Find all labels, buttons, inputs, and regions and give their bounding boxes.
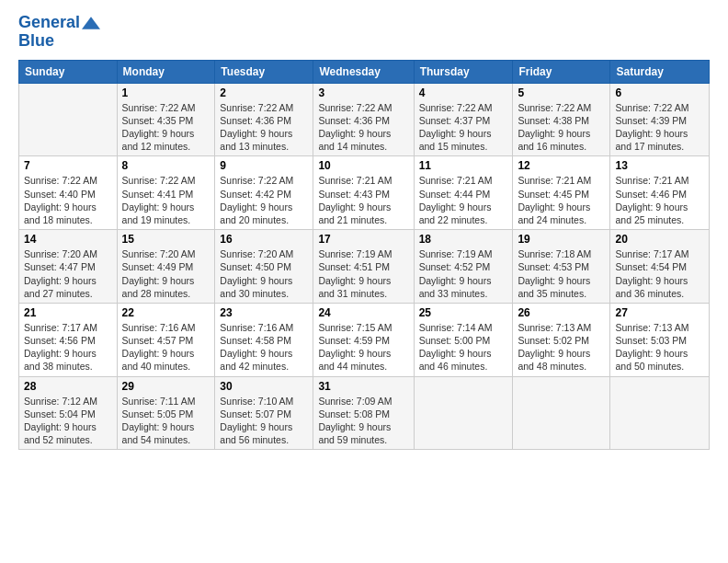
cell-info: Sunrise: 7:20 AMSunset: 4:49 PMDaylight:…: [122, 247, 210, 300]
date-number: 20: [615, 233, 704, 246]
header-day: Wednesday: [313, 60, 414, 83]
calendar-cell: 22Sunrise: 7:16 AMSunset: 4:57 PMDayligh…: [117, 303, 215, 376]
calendar-cell: 31Sunrise: 7:09 AMSunset: 5:08 PMDayligh…: [313, 376, 414, 450]
cell-info: Sunrise: 7:18 AMSunset: 4:53 PMDaylight:…: [518, 247, 605, 300]
calendar-cell: 24Sunrise: 7:15 AMSunset: 4:59 PMDayligh…: [313, 303, 414, 376]
cell-info: Sunrise: 7:12 AMSunset: 5:04 PMDaylight:…: [24, 395, 112, 447]
cell-info: Sunrise: 7:09 AMSunset: 5:08 PMDaylight:…: [318, 395, 408, 447]
calendar-cell: 29Sunrise: 7:11 AMSunset: 5:05 PMDayligh…: [117, 376, 215, 450]
calendar-cell: 14Sunrise: 7:20 AMSunset: 4:47 PMDayligh…: [19, 230, 118, 304]
cell-info: Sunrise: 7:22 AMSunset: 4:40 PMDaylight:…: [24, 174, 112, 226]
date-number: 25: [419, 306, 508, 319]
date-number: 9: [220, 159, 308, 172]
calendar-cell: [19, 83, 118, 156]
date-number: 31: [318, 380, 408, 393]
calendar-week-row: 7Sunrise: 7:22 AMSunset: 4:40 PMDaylight…: [19, 156, 710, 230]
date-number: 14: [24, 233, 112, 246]
calendar-cell: 17Sunrise: 7:19 AMSunset: 4:51 PMDayligh…: [313, 230, 414, 304]
date-number: 26: [518, 306, 605, 319]
date-number: 13: [615, 159, 704, 172]
svg-marker-0: [82, 17, 100, 29]
date-number: 21: [24, 306, 112, 319]
date-number: 19: [518, 233, 605, 246]
calendar-cell: [610, 376, 710, 450]
cell-info: Sunrise: 7:22 AMSunset: 4:39 PMDaylight:…: [615, 101, 704, 154]
cell-info: Sunrise: 7:21 AMSunset: 4:43 PMDaylight:…: [318, 174, 408, 226]
logo-icon: [82, 14, 100, 32]
calendar-cell: 20Sunrise: 7:17 AMSunset: 4:54 PMDayligh…: [610, 230, 710, 304]
calendar-week-row: 28Sunrise: 7:12 AMSunset: 5:04 PMDayligh…: [19, 376, 710, 450]
date-number: 3: [318, 86, 408, 99]
header-day: Sunday: [19, 60, 118, 83]
calendar-header-row: SundayMondayTuesdayWednesdayThursdayFrid…: [19, 60, 710, 83]
cell-info: Sunrise: 7:17 AMSunset: 4:56 PMDaylight:…: [24, 321, 112, 373]
calendar-cell: 15Sunrise: 7:20 AMSunset: 4:49 PMDayligh…: [117, 230, 215, 304]
date-number: 27: [615, 306, 704, 319]
cell-info: Sunrise: 7:17 AMSunset: 4:54 PMDaylight:…: [615, 247, 704, 300]
calendar-cell: 1Sunrise: 7:22 AMSunset: 4:35 PMDaylight…: [117, 83, 215, 156]
date-number: 23: [220, 306, 308, 319]
date-number: 11: [419, 159, 508, 172]
cell-info: Sunrise: 7:16 AMSunset: 4:58 PMDaylight:…: [220, 321, 308, 373]
calendar-cell: 19Sunrise: 7:18 AMSunset: 4:53 PMDayligh…: [513, 230, 610, 304]
calendar-cell: [414, 376, 513, 450]
cell-info: Sunrise: 7:22 AMSunset: 4:38 PMDaylight:…: [518, 101, 605, 154]
cell-info: Sunrise: 7:16 AMSunset: 4:57 PMDaylight:…: [122, 321, 210, 373]
cell-info: Sunrise: 7:21 AMSunset: 4:45 PMDaylight:…: [518, 174, 605, 226]
calendar-cell: 26Sunrise: 7:13 AMSunset: 5:02 PMDayligh…: [513, 303, 610, 376]
header-day: Monday: [117, 60, 215, 83]
calendar-week-row: 1Sunrise: 7:22 AMSunset: 4:35 PMDaylight…: [19, 83, 710, 156]
calendar-week-row: 21Sunrise: 7:17 AMSunset: 4:56 PMDayligh…: [19, 303, 710, 376]
logo: General Blue: [18, 14, 100, 51]
calendar-week-row: 14Sunrise: 7:20 AMSunset: 4:47 PMDayligh…: [19, 230, 710, 304]
cell-info: Sunrise: 7:20 AMSunset: 4:50 PMDaylight:…: [220, 247, 308, 300]
calendar-cell: 27Sunrise: 7:13 AMSunset: 5:03 PMDayligh…: [610, 303, 710, 376]
main-container: General Blue SundayMondayTuesdayWednesda…: [0, 0, 728, 563]
calendar-cell: 10Sunrise: 7:21 AMSunset: 4:43 PMDayligh…: [313, 156, 414, 230]
date-number: 28: [24, 380, 112, 393]
date-number: 18: [419, 233, 508, 246]
calendar-cell: 5Sunrise: 7:22 AMSunset: 4:38 PMDaylight…: [513, 83, 610, 156]
calendar-cell: 13Sunrise: 7:21 AMSunset: 4:46 PMDayligh…: [610, 156, 710, 230]
date-number: 2: [220, 86, 308, 99]
date-number: 4: [419, 86, 508, 99]
date-number: 29: [122, 380, 210, 393]
calendar-cell: 11Sunrise: 7:21 AMSunset: 4:44 PMDayligh…: [414, 156, 513, 230]
cell-info: Sunrise: 7:15 AMSunset: 4:59 PMDaylight:…: [318, 321, 408, 373]
date-number: 8: [122, 159, 210, 172]
cell-info: Sunrise: 7:22 AMSunset: 4:42 PMDaylight:…: [220, 174, 308, 226]
cell-info: Sunrise: 7:22 AMSunset: 4:36 PMDaylight:…: [220, 101, 308, 154]
header-day: Thursday: [414, 60, 513, 83]
cell-info: Sunrise: 7:10 AMSunset: 5:07 PMDaylight:…: [220, 395, 308, 447]
cell-info: Sunrise: 7:21 AMSunset: 4:46 PMDaylight:…: [615, 174, 704, 226]
calendar-cell: 16Sunrise: 7:20 AMSunset: 4:50 PMDayligh…: [215, 230, 313, 304]
cell-info: Sunrise: 7:22 AMSunset: 4:36 PMDaylight:…: [318, 101, 408, 154]
cell-info: Sunrise: 7:13 AMSunset: 5:03 PMDaylight:…: [615, 321, 704, 373]
calendar-cell: 25Sunrise: 7:14 AMSunset: 5:00 PMDayligh…: [414, 303, 513, 376]
date-number: 16: [220, 233, 308, 246]
calendar-cell: 28Sunrise: 7:12 AMSunset: 5:04 PMDayligh…: [19, 376, 118, 450]
header-day: Tuesday: [215, 60, 313, 83]
calendar-table: SundayMondayTuesdayWednesdayThursdayFrid…: [18, 60, 710, 450]
date-number: 7: [24, 159, 112, 172]
date-number: 15: [122, 233, 210, 246]
cell-info: Sunrise: 7:19 AMSunset: 4:52 PMDaylight:…: [419, 247, 508, 300]
calendar-cell: 23Sunrise: 7:16 AMSunset: 4:58 PMDayligh…: [215, 303, 313, 376]
cell-info: Sunrise: 7:19 AMSunset: 4:51 PMDaylight:…: [318, 247, 408, 300]
cell-info: Sunrise: 7:22 AMSunset: 4:35 PMDaylight:…: [122, 101, 210, 154]
cell-info: Sunrise: 7:20 AMSunset: 4:47 PMDaylight:…: [24, 247, 112, 300]
calendar-cell: [513, 376, 610, 450]
cell-info: Sunrise: 7:22 AMSunset: 4:37 PMDaylight:…: [419, 101, 508, 154]
logo-text-line1: General: [18, 14, 80, 32]
cell-info: Sunrise: 7:22 AMSunset: 4:41 PMDaylight:…: [122, 174, 210, 226]
calendar-cell: 7Sunrise: 7:22 AMSunset: 4:40 PMDaylight…: [19, 156, 118, 230]
calendar-cell: 9Sunrise: 7:22 AMSunset: 4:42 PMDaylight…: [215, 156, 313, 230]
date-number: 1: [122, 86, 210, 99]
cell-info: Sunrise: 7:14 AMSunset: 5:00 PMDaylight:…: [419, 321, 508, 373]
calendar-cell: 18Sunrise: 7:19 AMSunset: 4:52 PMDayligh…: [414, 230, 513, 304]
date-number: 10: [318, 159, 408, 172]
calendar-cell: 4Sunrise: 7:22 AMSunset: 4:37 PMDaylight…: [414, 83, 513, 156]
header: General Blue: [18, 14, 710, 51]
cell-info: Sunrise: 7:11 AMSunset: 5:05 PMDaylight:…: [122, 395, 210, 447]
cell-info: Sunrise: 7:13 AMSunset: 5:02 PMDaylight:…: [518, 321, 605, 373]
